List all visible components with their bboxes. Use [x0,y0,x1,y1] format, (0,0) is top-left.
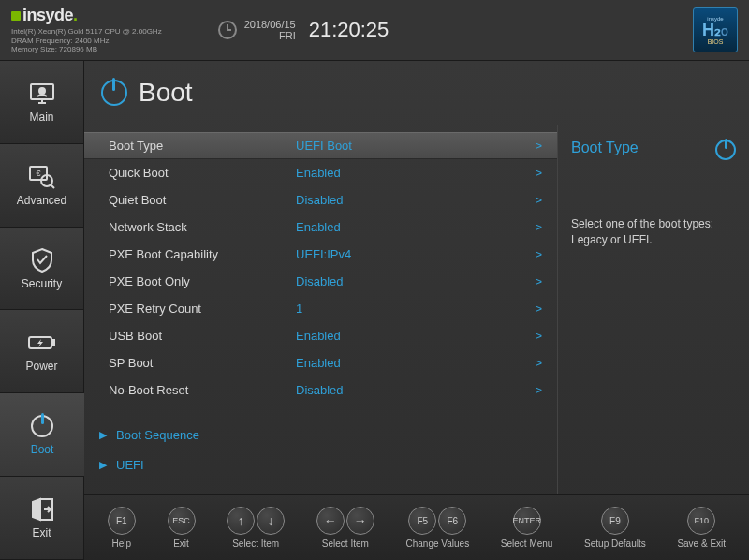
setting-label: PXE Boot Only [109,274,296,288]
setting-value: Disabled [296,193,455,207]
key-button[interactable]: → [346,507,374,535]
setting-value: 1 [296,302,455,316]
key-label: Select Item [322,538,369,549]
chevron-right-icon: > [535,302,542,316]
help-panel: Boot Type Select one of the boot types: … [557,125,749,494]
footer-key-group[interactable]: ESCExit [168,507,196,549]
setting-value: Enabled [296,220,455,234]
key-button[interactable]: F10 [687,507,715,535]
setting-value: Enabled [296,166,455,180]
key-button[interactable]: ↑ [227,507,255,535]
page-title: Boot [84,61,749,125]
setting-row[interactable]: PXE Boot CapabilityUEFI:IPv4> [84,241,557,268]
setting-label: PXE Retry Count [109,302,296,316]
chevron-right-icon: > [535,166,542,180]
setting-row[interactable]: No-Boot ResetDisabled> [84,376,557,404]
submenu-row[interactable]: ▶Boot Sequence [84,422,557,447]
setting-value: Enabled [296,329,455,343]
key-button[interactable]: ← [316,507,345,535]
key-label: Save & Exit [677,538,726,549]
setting-value: Disabled [296,274,455,288]
sidebar-item-power[interactable]: Power [0,310,84,393]
setting-row[interactable]: SP BootEnabled> [84,349,557,376]
key-label: Select Menu [501,538,553,549]
setting-row[interactable]: PXE Boot OnlyDisabled> [84,268,557,295]
brand-block: insyde. Intel(R) Xeon(R) Gold 5117 CPU @… [11,6,162,54]
svg-point-1 [39,88,45,94]
footer-key-group[interactable]: ↑↓Select Item [227,507,285,549]
setting-row[interactable]: Quick BootEnabled> [84,159,557,186]
footer-key-group[interactable]: F5F6Change Values [406,507,470,549]
submenu-row[interactable]: ▶UEFI [84,452,557,477]
footer-key-group[interactable]: F1Help [108,507,136,549]
brand-name: insyde. [22,6,78,25]
chevron-right-icon: > [535,274,542,288]
date-text: 2018/06/15 [244,19,296,30]
h2o-bios-logo: insyde H₂O BIOS [693,7,738,52]
svg-text:€: € [36,169,40,178]
key-button[interactable]: F5 [408,507,436,535]
setting-label: Boot Type [109,139,296,153]
key-label: Setup Defaults [584,538,646,549]
chevron-right-icon: > [535,193,542,207]
footer-key-group[interactable]: F10Save & Exit [677,507,726,549]
key-button[interactable]: F6 [438,507,466,535]
setting-value: Enabled [296,356,455,370]
key-label: Change Values [406,538,470,549]
setting-label: No-Boot Reset [109,383,296,397]
footer-key-group[interactable]: ←→Select Item [316,507,374,549]
key-label: Exit [173,538,189,549]
setting-row[interactable]: PXE Retry Count1> [84,295,557,322]
svg-line-7 [51,184,54,188]
footer-keys: F1HelpESCExit↑↓Select Item←→Select ItemF… [84,494,749,560]
key-button[interactable]: ESC [168,507,196,535]
chevron-right-icon: > [535,220,542,234]
chevron-right-icon: > [535,383,542,397]
key-button[interactable]: F9 [601,507,629,535]
help-text: Select one of the boot types: Legacy or … [571,216,736,248]
settings-list: Boot TypeUEFI Boot>Quick BootEnabled>Qui… [84,125,557,494]
setting-row[interactable]: USB BootEnabled> [84,322,557,349]
submenu-label: UEFI [116,458,144,472]
setting-label: PXE Boot Capability [109,247,296,261]
clock-block: 2018/06/15 FRI 21:20:25 [218,18,389,42]
time-text: 21:20:25 [309,18,389,42]
key-label: Help [112,538,132,549]
power-icon [31,415,53,437]
setting-label: Network Stack [109,220,296,234]
triangle-right-icon: ▶ [99,429,107,441]
system-info: Intel(R) Xeon(R) Gold 5117 CPU @ 2.00GHz… [11,27,162,54]
setting-value: UEFI:IPv4 [296,247,455,261]
key-button[interactable]: ENTER [513,507,541,535]
memory-info: Memory Size: 720896 MB [11,45,162,54]
setting-row[interactable]: Quiet BootDisabled> [84,186,557,214]
setting-label: Quiet Boot [109,193,296,207]
clock-icon [218,21,237,39]
key-label: Select Item [232,538,279,549]
sidebar: Main € Advanced Security Power Boot Exit [0,61,84,560]
sidebar-item-boot[interactable]: Boot [0,393,84,477]
setting-row[interactable]: Boot TypeUEFI Boot> [84,132,557,159]
setting-row[interactable]: Network StackEnabled> [84,214,557,241]
setting-value: UEFI Boot [296,139,455,153]
main-panel: Boot Boot TypeUEFI Boot>Quick BootEnable… [84,61,749,560]
cpu-info: Intel(R) Xeon(R) Gold 5117 CPU @ 2.00GHz [11,27,162,37]
sidebar-item-security[interactable]: Security [0,228,84,311]
triangle-right-icon: ▶ [99,459,107,471]
power-icon [715,140,736,160]
dram-info: DRAM Frequency: 2400 MHz [11,37,162,46]
chevron-right-icon: > [535,329,542,343]
svg-rect-9 [51,340,54,346]
key-button[interactable]: ↓ [257,507,285,535]
sidebar-item-exit[interactable]: Exit [0,477,84,560]
chevron-right-icon: > [535,356,542,370]
footer-key-group[interactable]: F9Setup Defaults [584,507,646,549]
sidebar-item-main[interactable]: Main [0,61,84,144]
brand-logo-square [11,11,21,21]
key-button[interactable]: F1 [108,507,136,535]
chevron-right-icon: > [535,247,542,261]
footer-key-group[interactable]: ENTERSelect Menu [501,507,553,549]
submenu-label: Boot Sequence [116,428,199,442]
sidebar-item-advanced[interactable]: € Advanced [0,144,84,228]
setting-label: SP Boot [109,356,296,370]
